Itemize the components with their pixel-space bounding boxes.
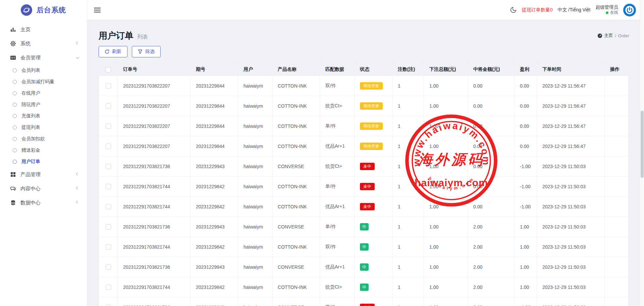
cell-status: 中 <box>355 257 392 277</box>
cell-bets: 1 <box>392 176 424 197</box>
row-checkbox[interactable] <box>106 144 111 149</box>
sidebar-item[interactable]: 陪玩用户 <box>0 99 87 110</box>
sidebar-item[interactable]: 内容中心 <box>0 182 87 196</box>
cell-time: 2023-12-29 11:50:03 <box>537 257 605 277</box>
cell-order-no: 202312291703821736 <box>118 156 191 176</box>
sidebar-item[interactable]: 会员管理 <box>0 51 87 65</box>
cell-profit: -1.00 <box>515 176 537 197</box>
row-checkbox[interactable] <box>106 164 111 169</box>
cell-match: 统货Ct+ <box>320 96 355 116</box>
cell-match: 优品Ar+1 <box>320 136 355 156</box>
language-switch[interactable]: 中文 /Tiếng Việt <box>557 7 590 13</box>
cell-status: 等待开奖 <box>355 136 392 156</box>
cell-profit: 1.00 <box>515 257 537 277</box>
chevron-left-icon <box>76 172 79 176</box>
row-checkbox[interactable] <box>106 204 111 209</box>
withdraw-orders-count-link[interactable]: 提现订单数量0 <box>522 7 553 13</box>
row-checkbox[interactable] <box>106 305 111 306</box>
cell-order-no: 202312291703821744 <box>118 176 191 197</box>
cell-profit: -1.00 <box>515 297 537 306</box>
sidebar-item[interactable]: 会员加扣款 <box>0 133 87 145</box>
cell-win-amount: 2.00 <box>468 277 515 297</box>
sidebar-item[interactable]: 数据中心 <box>0 196 87 210</box>
status-badge: 中 <box>360 223 369 231</box>
row-checkbox[interactable] <box>106 83 111 89</box>
sidebar-item-label: 主页 <box>20 27 31 33</box>
sidebar-item-label: 产品管理 <box>20 171 41 178</box>
cell-profit: -1.00 <box>515 156 537 176</box>
online-status-dot <box>606 11 608 14</box>
cell-win-amount: 0.00 <box>468 197 515 217</box>
sidebar-item[interactable]: 主页 <box>0 22 87 37</box>
cell-product: COTTON-INK <box>272 277 320 297</box>
cell-order-no: 202312291703821736 <box>118 257 191 277</box>
cell-profit: 1.00 <box>515 277 537 297</box>
cell-period: 20231229842 <box>191 176 238 197</box>
row-checkbox[interactable] <box>106 264 111 270</box>
sidebar-item[interactable]: 系统 <box>0 37 87 51</box>
cell-win-amount: 2.00 <box>468 257 515 277</box>
column-header: 盈利 <box>515 63 537 76</box>
cell-user: haiwaiym <box>238 197 272 217</box>
circle-bullet-icon <box>13 137 17 141</box>
cell-product: COTTON-INK <box>272 96 320 116</box>
cell-time: 2023-12-29 11:50:03 <box>537 217 605 237</box>
status-badge: 等待开奖 <box>360 143 383 150</box>
cell-profit: -1.00 <box>515 197 537 217</box>
cell-total: 1.00 <box>424 136 468 156</box>
cell-profit: 1.00 <box>515 217 537 237</box>
cell-win-amount: 2.00 <box>468 217 515 237</box>
cell-product: COTTON-INK <box>272 136 320 156</box>
row-checkbox[interactable] <box>106 224 111 230</box>
admin-info[interactable]: 超级管理员 在线 <box>596 5 619 15</box>
sidebar-item[interactable]: 赠送彩金 <box>0 145 87 156</box>
cell-total: 1.00 <box>424 176 468 197</box>
hamburger-menu-icon[interactable] <box>94 8 101 12</box>
cell-time: 2023-12-29 11:56:47 <box>537 116 605 136</box>
cell-time: 2023-12-29 11:50:03 <box>537 176 605 197</box>
refresh-icon <box>105 49 109 54</box>
page-subtitle: 列表 <box>137 34 148 41</box>
column-header: 产品名称 <box>272 63 320 76</box>
sidebar-item[interactable]: 充值列表 <box>0 110 87 122</box>
cell-order-no: 202312291703821744 <box>118 277 191 297</box>
row-checkbox[interactable] <box>106 285 111 290</box>
cell-match: 双/件 <box>320 237 355 257</box>
column-header: 注数(注) <box>392 63 424 76</box>
sidebar-item[interactable]: 提现列表 <box>0 122 87 133</box>
row-checkbox[interactable] <box>106 184 111 189</box>
cell-win-amount: 0.00 <box>468 136 515 156</box>
sidebar-item[interactable]: 在线用户 <box>0 88 87 99</box>
breadcrumb-home[interactable]: 主页 <box>597 33 613 39</box>
sidebar-item[interactable]: 会员加减打码量 <box>0 76 87 88</box>
row-checkbox[interactable] <box>106 123 111 129</box>
cell-profit: 0.00 <box>515 136 537 156</box>
sidebar-item[interactable]: 用户订单 <box>0 156 87 167</box>
dark-mode-moon-icon[interactable] <box>510 6 517 13</box>
cell-order-no: 202312291703821736 <box>118 297 191 306</box>
cell-profit: 0.00 <box>515 96 537 116</box>
row-checkbox[interactable] <box>106 244 111 250</box>
cell-period: 20231229844 <box>191 136 238 156</box>
toolbar: 刷新 筛选 <box>99 46 644 57</box>
status-badge: 未中 <box>360 163 375 170</box>
cell-total: 1.00 <box>424 237 468 257</box>
refresh-button[interactable]: 刷新 <box>99 46 127 57</box>
cell-product: CONVERSE <box>272 217 320 237</box>
filter-button[interactable]: 筛选 <box>132 46 161 57</box>
scrollbar-thumb[interactable] <box>641 111 644 178</box>
cell-period: 20231229844 <box>191 116 238 136</box>
select-all-checkbox[interactable] <box>106 67 111 72</box>
avatar[interactable] <box>623 4 636 16</box>
sidebar-item[interactable]: 产品管理 <box>0 167 87 182</box>
column-header: 用户 <box>238 63 272 76</box>
chevron-left-icon <box>76 201 79 204</box>
status-badge: 未中 <box>360 183 375 190</box>
cell-period: 20231229844 <box>191 96 238 116</box>
row-checkbox[interactable] <box>106 103 111 109</box>
cell-profit: 0.00 <box>515 76 537 96</box>
sidebar-item-label: 赠送彩金 <box>21 147 40 153</box>
sidebar-item[interactable]: 会员列表 <box>0 65 87 76</box>
cell-product: COTTON-INK <box>272 76 320 96</box>
cell-total: 1.00 <box>424 277 468 297</box>
